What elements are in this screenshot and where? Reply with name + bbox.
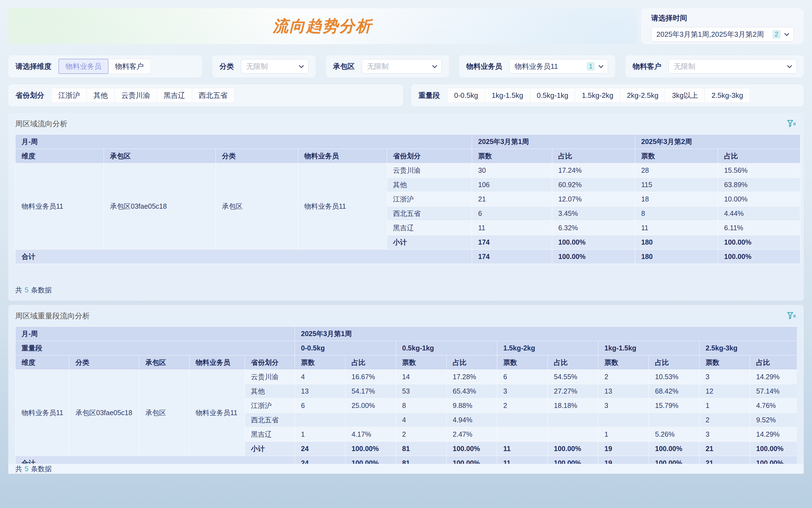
metric-header: 票数 (472, 149, 552, 163)
weight-option[interactable]: 0.5kg-1kg (530, 88, 575, 103)
value-cell: 6 (497, 370, 548, 384)
month-week-header: 月-周 (15, 135, 472, 149)
province-option[interactable]: 江浙沪 (51, 88, 87, 103)
category-filter-label: 分类 (219, 61, 234, 71)
total-value: 100.00% (446, 456, 497, 464)
subtotal-value: 180 (635, 235, 718, 250)
material-customer-select[interactable]: 无限制 (669, 59, 797, 74)
count-number: 5 (25, 286, 29, 294)
weight-option[interactable]: 1.5kg-2kg (575, 88, 620, 103)
column-header: 省份划分 (245, 355, 295, 370)
weight-option[interactable]: 0-0.5kg (447, 88, 485, 103)
time-select[interactable]: 2025年3月第1周,2025年3月第2周 2 (651, 27, 794, 41)
province-option[interactable]: 其他 (86, 88, 115, 103)
chevron-down-icon (299, 63, 304, 68)
total-value: 21 (699, 456, 750, 464)
value-cell: 3.45% (552, 207, 635, 221)
total-value: 100.00% (750, 456, 797, 464)
value-cell: 14.29% (750, 370, 797, 384)
total-value: 100.00% (552, 250, 635, 264)
value-cell (295, 413, 345, 427)
value-cell (497, 427, 548, 442)
value-cell: 1 (598, 427, 649, 442)
metric-header: 票数 (699, 355, 750, 370)
weight-option[interactable]: 1kg-1.5kg (485, 88, 530, 103)
value-cell: 2 (699, 413, 750, 427)
value-cell: 13 (295, 384, 345, 398)
contract-area-select[interactable]: 无限制 (362, 59, 442, 74)
header-row: 流向趋势分析 请选择时间 2025年3月第1周,2025年3月第2周 2 (8, 8, 804, 44)
value-cell: 2 (598, 370, 649, 384)
value-cell: 12.07% (552, 192, 635, 207)
metric-header: 占比 (552, 149, 635, 163)
value-cell: 10.00% (718, 192, 800, 207)
value-cell: 30 (472, 163, 552, 178)
weekly-weight-table: 月-周2025年3月第1周重量段0-0.5kg0.5kg-1kg1.5kg-2k… (15, 327, 797, 464)
metric-header: 占比 (649, 355, 699, 370)
filter-row-1: 请选择维度 物料业务员物料客户 分类 无限制 承包区 无限制 物料业务员 物料业… (8, 55, 804, 77)
weight-option[interactable]: 2kg-2.5kg (620, 88, 665, 103)
dimension-option[interactable]: 物料客户 (108, 59, 151, 74)
metric-header: 票数 (598, 355, 649, 370)
table-row: 物料业务员11承包区03fae05c18承包区物料业务员11云贵川渝416.67… (15, 370, 797, 384)
province-option[interactable]: 西北五省 (192, 88, 234, 103)
province-option[interactable]: 黑吉辽 (157, 88, 192, 103)
value-cell: 4.94% (446, 413, 497, 427)
material-salesman-select[interactable]: 物料业务员11 1 (509, 59, 608, 74)
weight-segment-header: 0.5kg-1kg (396, 341, 497, 355)
province-cell: 云贵川渝 (387, 163, 472, 178)
weekly-region-panel: 周区域流向分析 月-周2025年3月第1周2025年3月第2周维度承包区分类物料… (8, 113, 804, 301)
column-header: 物料业务员 (298, 149, 387, 163)
chevron-down-icon (784, 31, 789, 36)
material-salesman-filter-label: 物料业务员 (466, 61, 502, 71)
weight-option[interactable]: 2.5kg-3kg (704, 88, 750, 103)
metric-header: 票数 (497, 355, 548, 370)
province-option[interactable]: 云贵川渝 (115, 88, 157, 103)
value-cell: 21 (472, 192, 552, 207)
material-customer-filter-label: 物料客户 (633, 61, 661, 71)
filter-icon[interactable] (786, 311, 797, 320)
value-cell: 27.27% (548, 384, 598, 398)
value-cell: 2 (396, 427, 446, 442)
total-value: 100.00% (548, 456, 598, 464)
province-filter-label: 省份划分 (15, 91, 44, 100)
value-cell: 8 (635, 207, 718, 221)
value-cell: 25.00% (345, 398, 396, 413)
value-cell: 53 (396, 384, 446, 398)
group-cell: 物料业务员11 (189, 370, 245, 456)
weight-option[interactable]: 3kg以上 (665, 88, 705, 103)
province-cell: 江浙沪 (387, 192, 472, 207)
category-select[interactable]: 无限制 (241, 59, 308, 74)
value-cell: 4 (295, 370, 345, 384)
category-select-value: 无限制 (246, 61, 295, 71)
month-week-header: 月-周 (15, 327, 295, 341)
weight-segment-header: 2.5kg-3kg (699, 341, 797, 355)
subtotal-value: 100.00% (345, 442, 396, 456)
period-header: 2025年3月第2周 (635, 135, 800, 149)
time-select-value: 2025年3月第1周,2025年3月第2周 (656, 30, 772, 39)
total-value: 24 (295, 456, 345, 464)
province-cell: 黑吉辽 (387, 221, 472, 235)
weekly-region-table-mount: 月-周2025年3月第1周2025年3月第2周维度承包区分类物料业务员省份划分票… (15, 134, 797, 264)
contract-area-filter-label: 承包区 (333, 61, 354, 71)
province-cell: 西北五省 (387, 207, 472, 221)
province-cell: 其他 (387, 178, 472, 192)
weekly-weight-panel-title: 周区域重量段流向分析 (15, 311, 90, 321)
value-cell: 6.11% (718, 221, 800, 235)
value-cell: 11 (635, 221, 718, 235)
total-value: 100.00% (345, 456, 396, 464)
filter-icon[interactable] (786, 119, 797, 128)
dimension-filter-card: 请选择维度 物料业务员物料客户 (8, 55, 202, 77)
total-label: 合计 (15, 250, 472, 264)
material-salesman-select-value: 物料业务员11 (515, 61, 587, 71)
value-cell: 28 (635, 163, 718, 178)
province-cell: 西北五省 (245, 413, 295, 427)
dimension-option[interactable]: 物料业务员 (58, 59, 108, 74)
weekly-weight-table-mount: 月-周2025年3月第1周重量段0-0.5kg0.5kg-1kg1.5kg-2k… (15, 327, 797, 464)
weight-axis-header: 重量段 (15, 341, 295, 355)
value-cell: 3 (699, 370, 750, 384)
metric-header: 占比 (750, 355, 797, 370)
subtotal-value: 100.00% (552, 235, 635, 250)
value-cell (548, 427, 598, 442)
total-row: 合计174100.00%180100.00% (15, 250, 800, 264)
